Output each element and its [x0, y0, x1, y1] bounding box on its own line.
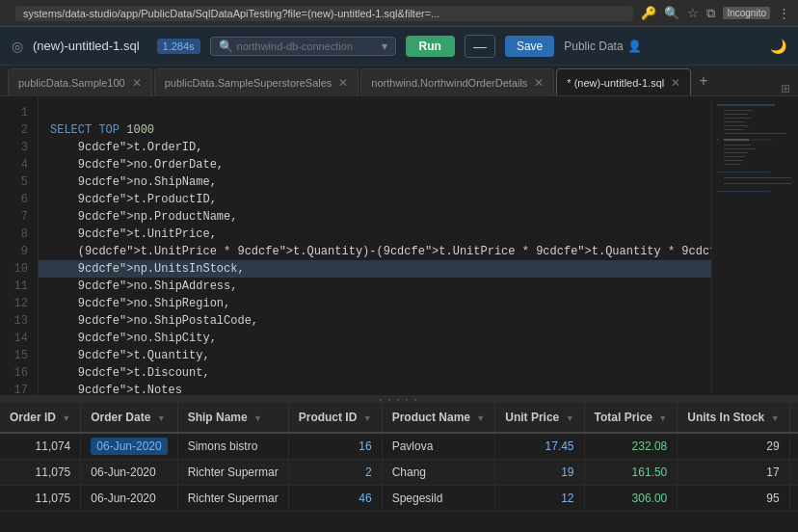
cell-extra: Vin: [789, 433, 798, 460]
menu-icon: ⋮: [778, 6, 790, 20]
cell-product-name: Pavlova: [382, 433, 495, 460]
col-order-date[interactable]: Order Date ▼: [81, 403, 177, 433]
results-area[interactable]: Order ID ▼ Order Date ▼ Ship Name ▼ Prod…: [0, 403, 798, 532]
svg-rect-3: [724, 118, 751, 119]
browser-bar: systems/data-studio/app/PublicData/SqlDa…: [0, 0, 798, 27]
sort-icon-ship-name: ▼: [253, 413, 262, 423]
cell-product-id: 46: [288, 486, 382, 512]
sort-icon-unit-price: ▼: [566, 413, 574, 423]
moon-icon[interactable]: 🌙: [770, 39, 786, 54]
line-numbers: 12345678910111213141516171819202122: [0, 96, 39, 395]
col-extra[interactable]: A: [789, 403, 798, 433]
svg-rect-4: [724, 121, 745, 122]
col-unit-price-label: Unit Price: [505, 411, 559, 424]
col-units-stock-label: Units In Stock: [687, 411, 764, 424]
tab-label-2: northwind.NorthwindOrderDetails: [371, 77, 527, 89]
search-bar[interactable]: 🔍 ▾: [210, 37, 396, 56]
tabs-bar: publicData.Sample100 ✕ publicData.Sample…: [0, 66, 798, 96]
window-icon: ⧉: [706, 6, 715, 21]
svg-rect-10: [724, 139, 749, 141]
results-table: Order ID ▼ Order Date ▼ Ship Name ▼ Prod…: [0, 403, 798, 512]
col-units-stock[interactable]: Units In Stock ▼: [678, 403, 789, 433]
code-editor[interactable]: SELECT TOP 1000 9cdcfe">t.OrderID, 9cdcf…: [39, 96, 711, 395]
cell-units-stock: 29: [678, 433, 789, 460]
svg-rect-15: [724, 160, 743, 161]
tab-0[interactable]: publicData.Sample100 ✕: [8, 68, 152, 95]
cell-product-name: Chang: [382, 460, 495, 486]
resize-handle[interactable]: • • • • •: [0, 395, 798, 403]
svg-rect-17: [717, 172, 770, 173]
tab-3[interactable]: * (new)-untitled-1.sql ✕: [556, 68, 691, 95]
table-row: 11,075 06-Jun-2020 Richter Supermar 46 S…: [0, 486, 798, 512]
tab-close-0[interactable]: ✕: [132, 76, 142, 90]
cell-unit-price: 12: [495, 486, 584, 512]
save-button[interactable]: Save: [505, 36, 554, 57]
col-unit-price[interactable]: Unit Price ▼: [495, 403, 584, 433]
tab-1[interactable]: publicData.SampleSuperstoreSales ✕: [154, 68, 359, 95]
col-order-id-label: Order ID: [10, 411, 56, 424]
dropdown-arrow: ▾: [382, 40, 387, 53]
sort-icon-product-name: ▼: [476, 413, 485, 423]
col-product-id[interactable]: Product ID ▼: [288, 403, 382, 433]
svg-rect-5: [724, 125, 749, 126]
browser-url: systems/data-studio/app/PublicData/SqlDa…: [15, 6, 633, 21]
editor-area: 12345678910111213141516171819202122 SELE…: [0, 96, 798, 395]
col-total-price-label: Total Price: [595, 411, 652, 424]
file-title: (new)-untitled-1.sql: [33, 39, 140, 53]
cell-extra: Sta: [789, 460, 798, 486]
svg-rect-13: [724, 152, 747, 153]
svg-rect-0: [717, 104, 775, 106]
run-button[interactable]: Run: [406, 36, 455, 57]
cell-unit-price: 19: [495, 460, 584, 486]
svg-rect-18: [724, 177, 791, 178]
svg-rect-2: [724, 114, 748, 115]
sort-icon-total-price: ▼: [658, 413, 667, 423]
separator-button[interactable]: —: [465, 35, 495, 58]
cell-units-stock: 17: [678, 460, 789, 486]
cell-order-date: 06-Jun-2020: [81, 460, 177, 486]
cell-order-id: 11,075: [0, 486, 81, 512]
cell-order-date: 06-Jun-2020: [81, 433, 177, 460]
time-badge: 1.284s: [157, 39, 200, 54]
search-icon: 🔍: [219, 40, 233, 53]
col-order-id[interactable]: Order ID ▼: [0, 403, 81, 433]
tab-label-0: publicData.Sample100: [18, 77, 125, 89]
cell-order-id: 11,074: [0, 433, 81, 460]
col-product-id-label: Product ID: [299, 411, 358, 424]
top-toolbar: ◎ (new)-untitled-1.sql 1.284s 🔍 ▾ Run — …: [0, 27, 798, 66]
connection-input[interactable]: [237, 40, 382, 52]
col-product-name-label: Product Name: [392, 411, 470, 424]
svg-rect-7: [724, 133, 786, 134]
incognito-badge: Incognito: [723, 7, 770, 19]
col-ship-name[interactable]: Ship Name ▼: [177, 403, 288, 433]
sort-icon-product-id: ▼: [363, 413, 372, 423]
browser-icons: 🔑 🔍 ☆ ⧉ Incognito ⋮: [641, 6, 790, 21]
cell-unit-price: 17.45: [495, 433, 584, 460]
svg-rect-1: [724, 110, 753, 111]
svg-rect-12: [724, 148, 755, 149]
minimap: [711, 96, 798, 395]
cell-total-price: 306.00: [584, 486, 678, 512]
sort-icon-order-date: ▼: [157, 413, 166, 423]
svg-rect-6: [724, 129, 743, 130]
tab-add-button[interactable]: +: [693, 72, 713, 90]
tab-2[interactable]: northwind.NorthwindOrderDetails ✕: [360, 68, 554, 95]
table-header-row: Order ID ▼ Order Date ▼ Ship Name ▼ Prod…: [0, 403, 798, 433]
table-row: 11,074 06-Jun-2020 Simons bistro 16 Pavl…: [0, 433, 798, 460]
user-icon: 👤: [627, 40, 642, 53]
tab-close-2[interactable]: ✕: [534, 76, 544, 90]
sort-icon-order-id: ▼: [62, 413, 70, 423]
tab-label-3: * (new)-untitled-1.sql: [567, 77, 664, 89]
table-row: 11,075 06-Jun-2020 Richter Supermar 2 Ch…: [0, 460, 798, 486]
cell-product-id: 16: [288, 433, 382, 460]
cell-ship-name: Richter Supermar: [177, 460, 288, 486]
cell-ship-name: Simons bistro: [177, 433, 288, 460]
col-total-price[interactable]: Total Price ▼: [584, 403, 678, 433]
col-product-name[interactable]: Product Name ▼: [382, 403, 495, 433]
cell-product-id: 2: [288, 460, 382, 486]
tab-close-3[interactable]: ✕: [671, 76, 680, 90]
file-icon: ◎: [12, 39, 23, 54]
svg-rect-20: [717, 191, 770, 192]
tab-close-1[interactable]: ✕: [338, 76, 348, 90]
tab-label-1: publicData.SampleSuperstoreSales: [165, 77, 332, 89]
